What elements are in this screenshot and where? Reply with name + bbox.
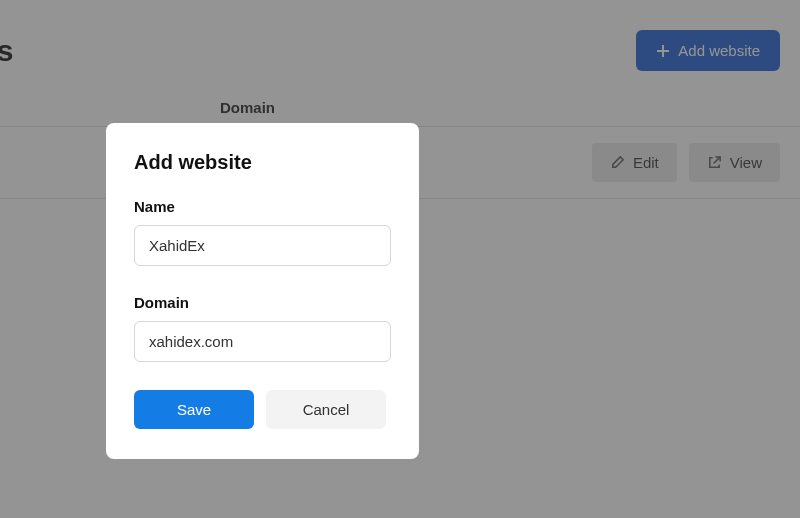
domain-label: Domain [134, 294, 391, 311]
modal-overlay[interactable]: Add website Name Domain Save Cancel [0, 0, 800, 518]
name-input[interactable] [134, 225, 391, 266]
add-website-modal: Add website Name Domain Save Cancel [106, 123, 419, 459]
modal-title: Add website [134, 151, 391, 174]
cancel-button[interactable]: Cancel [266, 390, 386, 429]
domain-field-group: Domain [134, 294, 391, 362]
domain-input[interactable] [134, 321, 391, 362]
save-button[interactable]: Save [134, 390, 254, 429]
modal-actions: Save Cancel [134, 390, 391, 429]
name-label: Name [134, 198, 391, 215]
name-field-group: Name [134, 198, 391, 266]
